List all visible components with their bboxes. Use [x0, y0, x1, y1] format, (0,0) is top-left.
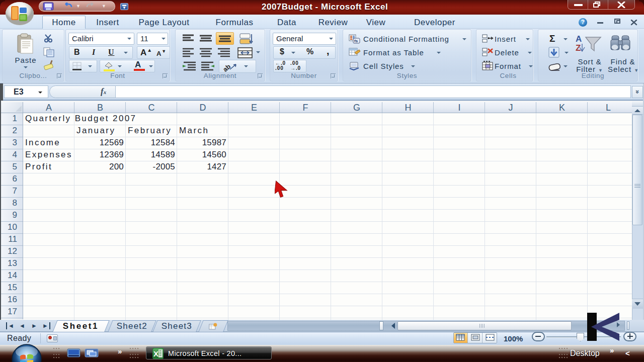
svg-text:ab: ab — [223, 62, 232, 72]
svg-text:fs: fs — [354, 39, 358, 43]
svg-text:X: X — [153, 349, 158, 358]
svg-text:A: A — [576, 34, 582, 44]
